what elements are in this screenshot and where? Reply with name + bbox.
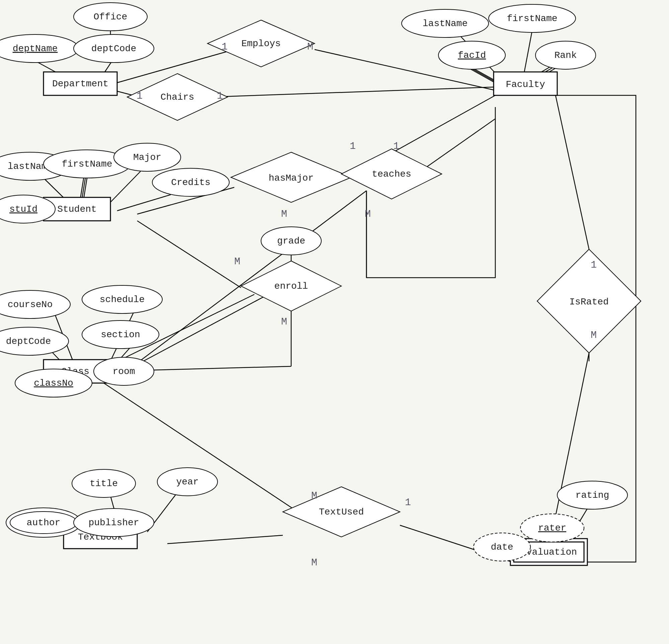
title-label: title: [90, 478, 118, 489]
rating-label: rating: [575, 490, 609, 500]
major-label: Major: [133, 152, 161, 162]
rater-label: rater: [538, 523, 566, 533]
card-chairs-1a: 1: [137, 90, 143, 102]
card-chairs-1b: 1: [217, 90, 223, 102]
student-label: Student: [57, 204, 97, 214]
credits-label: Credits: [171, 177, 211, 188]
card-textused-m2: M: [311, 557, 317, 568]
card-enroll-m1: M: [234, 256, 240, 267]
employs-label: Employs: [241, 39, 281, 49]
teaches-label: teaches: [372, 169, 411, 179]
room-label: room: [112, 366, 135, 377]
fac-firstname-label: firstName: [507, 13, 557, 24]
schedule-label: schedule: [100, 295, 145, 305]
courseno-label: courseNo: [8, 299, 53, 310]
rank-label: Rank: [554, 50, 577, 60]
card-textused-1: 1: [405, 497, 411, 508]
office-label: Office: [94, 12, 128, 22]
cls-deptcode-label: deptCode: [6, 336, 51, 347]
card-teaches-m: M: [365, 209, 371, 220]
department-label: Department: [52, 78, 109, 89]
grade-label: grade: [277, 236, 305, 246]
card-textused-m1: M: [311, 490, 317, 501]
israted-label: IsRated: [569, 297, 609, 307]
faculty-label: Faculty: [506, 79, 545, 90]
fac-lastname-label: lastName: [423, 18, 468, 29]
card-enroll-m2: M: [281, 316, 287, 328]
date-label: date: [490, 542, 513, 552]
enroll-label: enroll: [274, 281, 308, 291]
chairs-label: Chairs: [161, 92, 195, 102]
stuid-label: stuId: [9, 204, 38, 214]
deptcode-label: deptCode: [91, 43, 136, 54]
card-employs-1: 1: [222, 41, 228, 53]
card-hasmajor-1: 1: [350, 141, 356, 152]
textused-label: TextUsed: [319, 507, 364, 517]
classno-label: classNo: [34, 378, 73, 388]
card-israted-1: 1: [591, 259, 597, 271]
card-teaches-1: 1: [393, 141, 399, 152]
publisher-label: publisher: [88, 517, 139, 528]
author-label: author: [27, 517, 60, 528]
card-hasmajor-m: M: [281, 209, 287, 220]
card-israted-m: M: [591, 330, 597, 341]
hasmajor-label: hasMajor: [269, 173, 314, 183]
year-label: year: [176, 477, 198, 487]
section-label: section: [101, 330, 140, 340]
card-employs-m: M: [307, 41, 313, 53]
facid-label: facId: [458, 50, 486, 60]
deptname-label: deptName: [13, 43, 58, 54]
stu-firstname-label: firstName: [61, 159, 112, 169]
